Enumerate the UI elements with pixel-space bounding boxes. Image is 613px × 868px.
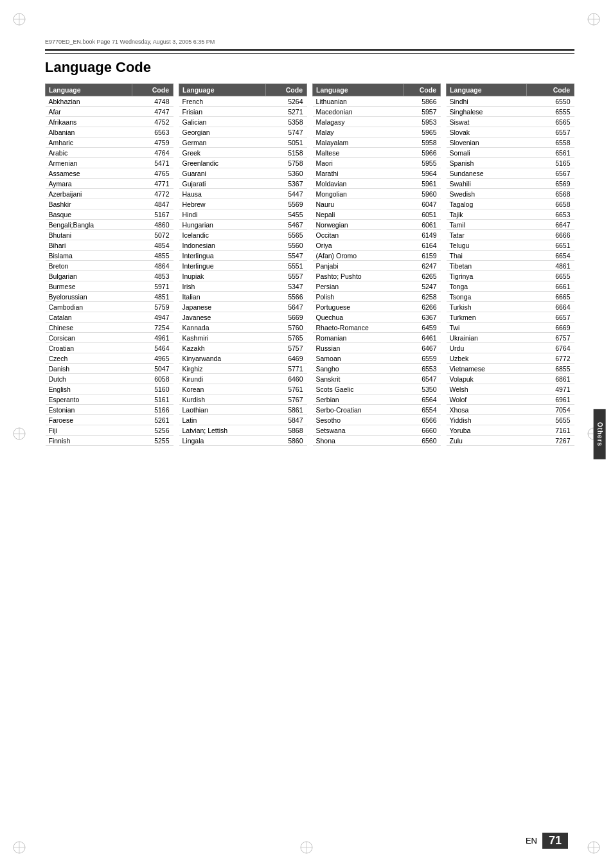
table-row: Galician5358 [179, 117, 307, 127]
language-name: Inupiak [179, 271, 266, 281]
language-name: Siswat [447, 117, 527, 127]
language-name: Hebrew [179, 199, 266, 209]
language-name: Tonga [447, 281, 527, 292]
table-row: Afrikaans4752 [46, 117, 173, 127]
language-code: 5165 [527, 158, 574, 168]
language-name: Tigrinya [447, 271, 527, 281]
table-row: Wolof6961 [447, 394, 574, 405]
language-code: 6164 [403, 240, 440, 251]
language-code: 6553 [403, 364, 440, 374]
table-row: (Afan) Oromo6159 [313, 251, 441, 261]
language-name: Albanian [46, 127, 132, 137]
col4-code-header: Code [527, 84, 574, 96]
language-code: 5360 [265, 168, 306, 179]
language-name: Setswana [313, 425, 404, 436]
language-code: 5161 [132, 394, 173, 405]
language-code: 4971 [527, 384, 574, 394]
language-code: 4765 [132, 168, 173, 179]
table-row: Volapuk6861 [447, 374, 574, 384]
language-code: 6560 [403, 436, 440, 446]
language-name: Amharic [46, 137, 132, 148]
table-row: Javanese5669 [179, 312, 307, 323]
page: E9770ED_EN.book Page 71 Wednesday, Augus… [0, 0, 613, 868]
language-name: Lingala [179, 436, 266, 446]
corner-bl [12, 840, 27, 856]
language-name: Slovak [447, 127, 527, 137]
language-code: 5047 [132, 364, 173, 374]
table-row: Bhutani5072 [46, 230, 173, 240]
language-code: 5557 [265, 271, 306, 281]
table-row: Estonian5166 [46, 405, 173, 415]
language-code: 6554 [403, 405, 440, 415]
table-row: Kinyarwanda6469 [179, 353, 307, 364]
language-code: 5868 [265, 425, 306, 436]
table-row: Gujarati5367 [179, 179, 307, 189]
table-row: Croatian5464 [46, 343, 173, 353]
language-name: Kashmiri [179, 333, 266, 343]
language-code: 6564 [403, 394, 440, 405]
table-row: Yoruba7161 [447, 425, 574, 436]
language-name: Kirundi [179, 374, 266, 384]
language-name: Kazakh [179, 343, 266, 353]
language-code: 5255 [132, 436, 173, 446]
language-name: Samoan [313, 353, 404, 364]
language-name: Volapuk [447, 374, 527, 384]
table-row: Danish5047 [46, 364, 173, 374]
language-name: Estonian [46, 405, 132, 415]
table-row: Chinese7254 [46, 323, 173, 333]
language-name: Sindhi [447, 96, 527, 107]
language-code: 6665 [527, 292, 574, 302]
language-name: Greek [179, 148, 266, 158]
language-name: Japanese [179, 302, 266, 312]
table-row: Icelandic5565 [179, 230, 307, 240]
corner-br [586, 840, 601, 856]
language-name: Kinyarwanda [179, 353, 266, 364]
language-code: 5960 [403, 189, 440, 199]
table-row: Hebrew5569 [179, 199, 307, 209]
language-code: 4748 [132, 96, 173, 107]
language-name: Hindi [179, 209, 266, 220]
table-row: Moldavian5961 [313, 179, 441, 189]
tables-container: LanguageCodeAbkhazian4748Afar4747Afrikaa… [45, 84, 574, 446]
language-name: Armenian [46, 158, 132, 168]
table-row: Sindhi6550 [447, 96, 574, 107]
language-code: 4854 [132, 240, 173, 251]
language-code: 6568 [527, 189, 574, 199]
language-name: Polish [313, 292, 404, 302]
language-code: 6247 [403, 261, 440, 271]
language-code: 5467 [265, 220, 306, 230]
language-name: Lithuanian [313, 96, 404, 107]
language-name: Fiji [46, 425, 132, 436]
language-code: 5965 [403, 127, 440, 137]
language-name: Tatar [447, 230, 527, 240]
language-code: 6159 [403, 251, 440, 261]
table-row: Breton4864 [46, 261, 173, 271]
page-title: Language Code [45, 59, 574, 76]
language-code: 5455 [265, 209, 306, 220]
language-name: Icelandic [179, 230, 266, 240]
language-code: 4752 [132, 117, 173, 127]
table-row: Turkish6664 [447, 302, 574, 312]
language-name: Telugu [447, 240, 527, 251]
language-name: Javanese [179, 312, 266, 323]
language-name: Danish [46, 364, 132, 374]
language-name: Corsican [46, 333, 132, 343]
language-name: Sesotho [313, 415, 404, 425]
table-row: Latvian; Lettish5868 [179, 425, 307, 436]
table-row: Hausa5447 [179, 189, 307, 199]
language-name: Georgian [179, 127, 266, 137]
language-code: 5547 [265, 251, 306, 261]
language-code: 6559 [403, 353, 440, 364]
table-row: Tajik6653 [447, 209, 574, 220]
table-row: Tibetan4861 [447, 261, 574, 271]
table-row: Lithuanian5866 [313, 96, 441, 107]
language-name: Turkmen [447, 312, 527, 323]
language-code: 5961 [403, 179, 440, 189]
language-code: 5347 [265, 281, 306, 292]
top-rule [45, 49, 574, 51]
table-row: Somali6561 [447, 148, 574, 158]
language-code: 6757 [527, 333, 574, 343]
language-name: Czech [46, 353, 132, 364]
table-row: Portuguese6266 [313, 302, 441, 312]
language-code: 6258 [403, 292, 440, 302]
